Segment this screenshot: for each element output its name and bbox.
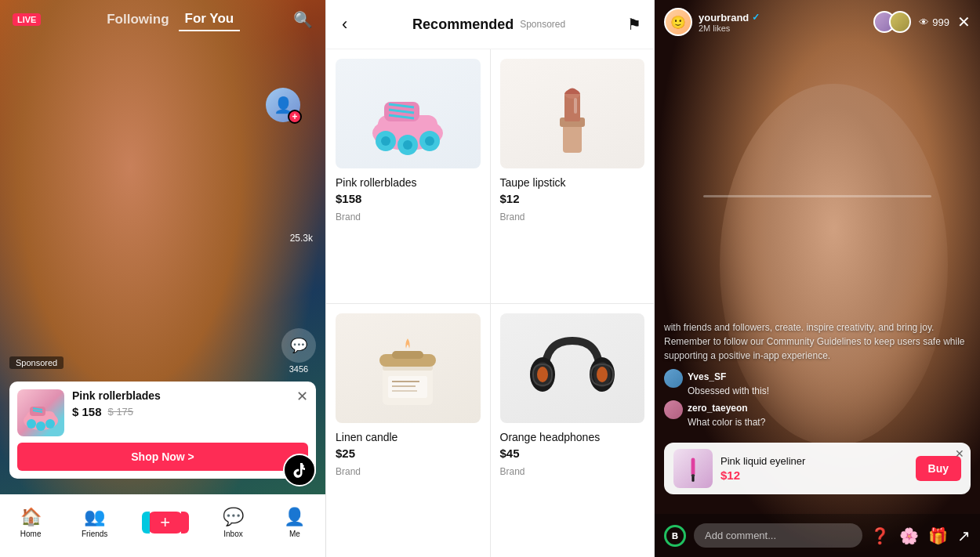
nav-me[interactable]: 👤 Me xyxy=(284,507,305,538)
share-live-icon[interactable]: ↗ xyxy=(957,526,971,545)
live-product-name: Pink liquid eyeliner xyxy=(720,455,908,467)
nav-friends[interactable]: 👥 Friends xyxy=(82,507,107,538)
product-name: Pink rollerblades xyxy=(72,389,296,402)
candle-brand: Brand xyxy=(336,466,481,477)
product-card-header: Pink rollerblades $ 158 $ 175 ✕ xyxy=(17,389,308,436)
question-icon[interactable]: ❓ xyxy=(870,526,890,545)
rollerblades-price: $158 xyxy=(336,192,481,205)
live-badge: LIVE xyxy=(13,13,41,26)
feed-panel: LIVE Following For You 🔍 👤 + 💬 3456 ↗ 12… xyxy=(0,0,325,557)
live-header-right: 👁 999 ✕ xyxy=(873,11,971,33)
shop-item-rollerblades[interactable]: Pink rollerblades $158 Brand xyxy=(326,49,490,303)
svg-point-7 xyxy=(45,419,55,429)
comment-input[interactable]: Add comment... xyxy=(694,523,862,548)
back-button[interactable]: ‹ xyxy=(339,11,350,38)
rollerblades-brand: Brand xyxy=(336,212,481,222)
candle-price: $25 xyxy=(336,447,481,460)
flower-icon[interactable]: 🌸 xyxy=(899,526,919,545)
shop-item-lipstick[interactable]: Taupe lipstick $12 Brand xyxy=(491,49,655,303)
chat-content-1: Yves_SF Obsessed with this! xyxy=(688,369,769,397)
nav-inbox[interactable]: 💬 Inbox xyxy=(223,507,244,538)
chat-content-2: zero_taeyeon What color is that? xyxy=(688,400,765,429)
friends-label: Friends xyxy=(82,530,107,538)
streamer-username: yourbrand ✓ xyxy=(699,12,867,24)
candle-name: Linen candle xyxy=(336,431,481,443)
rollerblades-name: Pink rollerblades xyxy=(336,176,481,189)
svg-point-5 xyxy=(27,419,36,429)
nav-foryou[interactable]: For You xyxy=(179,8,241,31)
inbox-label: Inbox xyxy=(223,530,242,538)
search-icon[interactable]: 🔍 xyxy=(293,10,313,29)
creator-avatar[interactable]: 👤 + xyxy=(266,88,300,122)
face-area xyxy=(703,195,931,213)
comment-icon[interactable]: 💬 xyxy=(281,328,316,363)
product-close-button[interactable]: ✕ xyxy=(296,389,308,403)
shop-now-button[interactable]: Shop Now > xyxy=(17,443,308,471)
shop-sponsored-tag: Sponsored xyxy=(520,19,565,30)
lipstick-brand: Brand xyxy=(500,212,645,222)
svg-rect-39 xyxy=(691,458,695,475)
nav-following[interactable]: Following xyxy=(100,9,175,31)
shop-panel: ‹ Recommended Sponsored ⚑ xyxy=(325,0,655,557)
comment-action[interactable]: 💬 3456 xyxy=(281,328,316,374)
comment-placeholder: Add comment... xyxy=(705,530,776,541)
nav-home[interactable]: 🏠 Home xyxy=(20,507,42,538)
chat-avatar-1 xyxy=(664,369,683,388)
close-live-button[interactable]: ✕ xyxy=(957,13,971,31)
inbox-icon: 💬 xyxy=(223,507,244,527)
flag-button[interactable]: ⚑ xyxy=(627,15,641,34)
chat-username-1: Yves_SF xyxy=(688,371,726,382)
create-plus-button[interactable]: + xyxy=(148,512,183,533)
chat-username-2: zero_taeyeon xyxy=(688,403,748,414)
tiktok-home-button[interactable] xyxy=(283,454,316,486)
live-product-price: $12 xyxy=(720,468,908,482)
lipstick-name: Taupe lipstick xyxy=(500,176,645,189)
comment-count: 3456 xyxy=(289,364,308,374)
follow-plus-badge[interactable]: + xyxy=(288,110,302,124)
product-prices: $ 158 $ 175 xyxy=(72,405,296,418)
popup-close-button[interactable]: ✕ xyxy=(955,447,964,460)
rollerblades-image xyxy=(336,59,481,168)
b-badge: B xyxy=(664,525,686,547)
svg-point-35 xyxy=(537,367,548,382)
home-label: Home xyxy=(20,530,42,538)
chat-description: with friends and followers, create. insp… xyxy=(664,320,971,363)
live-product-thumbnail xyxy=(673,449,713,488)
svg-point-6 xyxy=(36,421,45,431)
streamer-avatar: 🙂 xyxy=(664,8,692,36)
verified-icon: ✓ xyxy=(752,12,760,23)
chat-avatar-2 xyxy=(664,400,683,419)
shop-item-headphones[interactable]: Orange headphones $45 Brand xyxy=(491,304,655,558)
nav-create[interactable]: + xyxy=(148,512,183,533)
shop-grid: Pink rollerblades $158 Brand Taupe xyxy=(326,49,654,557)
svg-point-41 xyxy=(691,474,695,476)
headphones-price: $45 xyxy=(500,447,645,460)
bottom-navigation: 🏠 Home 👥 Friends + 💬 Inbox 👤 Me xyxy=(0,494,325,557)
headphones-image xyxy=(500,313,645,423)
svg-rect-28 xyxy=(392,351,423,359)
shop-header: ‹ Recommended Sponsored ⚑ xyxy=(326,0,654,49)
shop-title: Recommended xyxy=(412,16,514,33)
live-product-details: Pink liquid eyeliner $12 xyxy=(720,455,908,482)
home-icon: 🏠 xyxy=(20,507,42,527)
headphones-brand: Brand xyxy=(500,466,645,477)
shop-title-group: Recommended Sponsored xyxy=(350,16,627,33)
lipstick-image xyxy=(500,59,645,168)
comment-bar: B Add comment... ❓ 🌸 🎁 ↗ xyxy=(655,514,980,557)
candle-image xyxy=(336,313,481,423)
chat-text-2: What color is that? xyxy=(688,417,765,428)
gift-icon[interactable]: 🎁 xyxy=(928,526,948,545)
svg-point-15 xyxy=(381,136,390,146)
chat-text-1: Obsessed with this! xyxy=(688,385,769,396)
me-icon: 👤 xyxy=(284,507,305,527)
live-panel: 🙂 yourbrand ✓ 2M likes 👁 999 ✕ with frie… xyxy=(655,0,980,557)
viewer-avatars xyxy=(873,11,911,33)
shop-item-candle[interactable]: Linen candle $25 Brand xyxy=(326,304,490,558)
product-thumbnail xyxy=(17,389,64,436)
svg-point-17 xyxy=(403,140,412,150)
live-product-popup: ✕ Pink liquid eyeliner $12 Buy xyxy=(664,443,971,494)
svg-rect-24 xyxy=(574,98,577,114)
product-original-price: $ 175 xyxy=(108,406,134,418)
viewer-count: 👁 999 xyxy=(919,16,949,28)
comment-actions: ❓ 🌸 🎁 ↗ xyxy=(870,526,971,545)
